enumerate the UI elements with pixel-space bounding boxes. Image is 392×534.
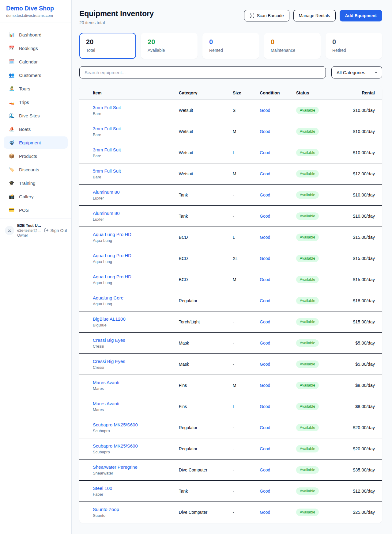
equipment-item-link[interactable]: 5mm Full Suit (93, 168, 164, 174)
equipment-item-link[interactable]: Aqua Lung Pro HD (93, 253, 164, 258)
filters-row: All Categories (79, 66, 382, 78)
sidebar-item[interactable]: 📊 Dashboard (4, 29, 68, 41)
condition-link[interactable]: Good (260, 510, 270, 515)
size-cell: L (225, 396, 253, 417)
condition-link[interactable]: Good (260, 362, 270, 367)
category-cell: Wetsuit (172, 163, 225, 185)
sidebar-item[interactable]: 💳 POS (4, 204, 68, 216)
category-cell: BCD (172, 269, 225, 290)
equipment-item-link[interactable]: Aqua Lung Pro HD (93, 232, 164, 237)
equipment-brand: Mares (93, 386, 164, 391)
equipment-item-link[interactable]: Aqualung Core (93, 295, 164, 300)
size-cell: M (225, 163, 253, 185)
equipment-item-link[interactable]: Cressi Big Eyes (93, 338, 164, 343)
stat-card[interactable]: 20 Total (79, 33, 136, 59)
equipment-brand: Bare (93, 111, 164, 116)
sidebar-item[interactable]: 🤿 Equipment (4, 136, 68, 149)
condition-link[interactable]: Good (260, 341, 270, 345)
equipment-item-link[interactable]: 3mm Full Suit (93, 147, 164, 152)
stat-value: 20 (148, 38, 191, 46)
condition-link[interactable]: Good (260, 383, 270, 388)
sidebar-item[interactable]: 🌊 Dive Sites (4, 109, 68, 122)
condition-link[interactable]: Good (260, 214, 270, 219)
add-equipment-button[interactable]: Add Equipment (340, 10, 382, 21)
stat-value: 0 (332, 38, 375, 46)
sidebar: Demo Dive Shop demo.test.divestreams.com… (0, 0, 72, 534)
condition-link[interactable]: Good (260, 298, 270, 303)
sidebar-item[interactable]: 🏷️ Discounts (4, 163, 68, 176)
sidebar-item[interactable]: 🗓️ Calendar (4, 55, 68, 68)
column-header-category: Category (172, 86, 225, 100)
equipment-brand: Aqua Lung (93, 302, 164, 306)
equipment-item-link[interactable]: Steel 100 (93, 486, 164, 491)
equipment-item-link[interactable]: Shearwater Peregrine (93, 464, 164, 470)
stat-label: Available (148, 48, 191, 53)
category-cell: Fins (172, 375, 225, 396)
sidebar-item[interactable]: ⛵ Boats (4, 123, 68, 135)
equipment-item-link[interactable]: Suunto Zoop (93, 507, 164, 512)
status-badge: Available (296, 149, 319, 156)
condition-link[interactable]: Good (260, 193, 270, 197)
equipment-brand: Cressi (93, 344, 164, 349)
condition-link[interactable]: Good (260, 425, 270, 430)
equipment-item-link[interactable]: BigBlue AL1200 (93, 316, 164, 322)
manage-rentals-button[interactable]: Manage Rentals (293, 10, 336, 21)
condition-link[interactable]: Good (260, 319, 270, 324)
column-header-item: Item (79, 86, 172, 100)
page-header: Equipment Inventory 20 items total Scan … (79, 9, 382, 25)
stat-card[interactable]: 0 Maintenance (264, 33, 321, 59)
equipment-item-link[interactable]: 3mm Full Suit (93, 105, 164, 110)
sidebar-item[interactable]: 🎓 Training (4, 177, 68, 189)
sidebar-item[interactable]: 🚤 Trips (4, 96, 68, 108)
condition-link[interactable]: Good (260, 256, 270, 261)
table-row: 5mm Full Suit Bare Wetsuit M Good Availa… (79, 163, 382, 185)
equipment-item-link[interactable]: 3mm Full Suit (93, 126, 164, 131)
status-badge: Available (296, 170, 319, 177)
condition-link[interactable]: Good (260, 446, 270, 451)
equipment-item-link[interactable]: Aqua Lung Pro HD (93, 274, 164, 279)
sidebar-item[interactable]: 📦 Products (4, 150, 68, 162)
size-cell: XL (225, 248, 253, 269)
rental-price: $8.00/day (345, 396, 382, 417)
equipment-item-link[interactable]: Scubapro MK25/S600 (93, 422, 164, 427)
stat-card[interactable]: 0 Rented (202, 33, 259, 59)
condition-link[interactable]: Good (260, 235, 270, 240)
stat-value: 0 (271, 38, 314, 46)
sidebar-item[interactable]: 🏝️ Tours (4, 82, 68, 95)
rental-price: $15.00/day (345, 269, 382, 290)
size-cell: - (225, 333, 253, 354)
category-cell: BCD (172, 227, 225, 248)
rental-price: $12.00/day (345, 481, 382, 502)
sidebar-item[interactable]: 📅 Bookings (4, 42, 68, 54)
rental-price: $10.00/day (345, 142, 382, 163)
condition-link[interactable]: Good (260, 277, 270, 282)
stat-card[interactable]: 20 Available (141, 33, 198, 59)
equipment-item-link[interactable]: Cressi Big Eyes (93, 359, 164, 364)
table-row: Aluminum 80 Luxfer Tank - Good Available… (79, 185, 382, 206)
condition-link[interactable]: Good (260, 108, 270, 113)
condition-link[interactable]: Good (260, 404, 270, 409)
search-input[interactable] (79, 66, 326, 78)
equipment-item-link[interactable]: Scubapro MK25/S600 (93, 443, 164, 448)
equipment-item-link[interactable]: Mares Avanti (93, 380, 164, 385)
condition-link[interactable]: Good (260, 171, 270, 176)
equipment-item-link[interactable]: Aluminum 80 (93, 189, 164, 195)
sidebar-item[interactable]: 👥 Customers (4, 69, 68, 81)
sidebar-item-label: Gallery (19, 194, 34, 199)
condition-link[interactable]: Good (260, 129, 270, 134)
scan-barcode-button[interactable]: Scan Barcode (244, 10, 289, 21)
condition-link[interactable]: Good (260, 467, 270, 472)
size-cell: - (225, 417, 253, 438)
avatar (5, 226, 14, 235)
category-selected-value: All Categories (337, 70, 365, 75)
category-cell: Wetsuit (172, 121, 225, 142)
condition-link[interactable]: Good (260, 150, 270, 155)
category-select[interactable]: All Categories (331, 66, 382, 78)
equipment-item-link[interactable]: Aluminum 80 (93, 211, 164, 216)
rental-price: $15.00/day (345, 311, 382, 333)
sidebar-item[interactable]: 📸 Gallery (4, 190, 68, 203)
equipment-item-link[interactable]: Mares Avanti (93, 401, 164, 406)
condition-link[interactable]: Good (260, 489, 270, 494)
sign-out-button[interactable]: Sign Out (44, 228, 67, 233)
stat-card[interactable]: 0 Retired (326, 33, 382, 59)
